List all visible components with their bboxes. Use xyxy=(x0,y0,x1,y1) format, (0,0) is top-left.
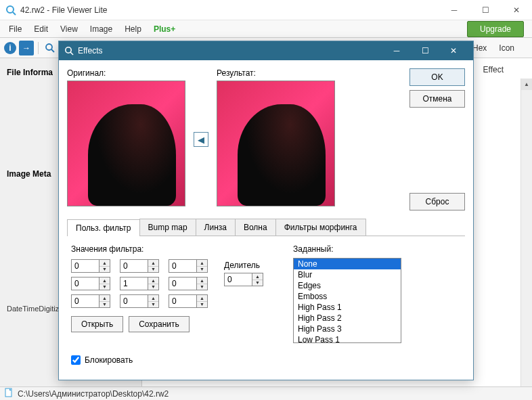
spinner-down-icon[interactable]: ▼ xyxy=(197,284,207,290)
spinner-up-icon[interactable]: ▲ xyxy=(99,277,110,284)
preset-option[interactable]: High Pass 1 xyxy=(294,302,401,313)
block-label: Блокировать xyxy=(85,355,133,365)
spinner-up-icon[interactable]: ▲ xyxy=(197,260,207,267)
menu-edit[interactable]: Edit xyxy=(28,22,54,36)
spinner-down-icon[interactable]: ▼ xyxy=(148,267,158,273)
matrix-input[interactable] xyxy=(120,259,148,273)
svg-line-1 xyxy=(13,12,16,15)
save-button[interactable]: Сохранить xyxy=(129,316,190,332)
spinner-down-icon[interactable]: ▼ xyxy=(99,284,110,290)
filter-values-label: Значения фильтра: xyxy=(71,244,208,254)
matrix-spinner-2-0[interactable]: ▲▼ xyxy=(71,294,110,308)
minimize-button[interactable]: ─ xyxy=(439,0,470,20)
matrix-input[interactable] xyxy=(71,259,99,273)
zoom-icon[interactable] xyxy=(43,41,58,55)
matrix-spinner-1-0[interactable]: ▲▼ xyxy=(71,277,110,290)
matrix-input[interactable] xyxy=(169,259,197,273)
tab-wave[interactable]: Волна xyxy=(235,219,276,236)
spinner-up-icon[interactable]: ▲ xyxy=(148,260,158,267)
ok-button[interactable]: OK xyxy=(409,68,465,86)
maximize-button[interactable]: ☐ xyxy=(470,0,501,20)
divider-label: Делитель xyxy=(224,261,263,270)
tab-user-filter[interactable]: Польз. фильтр xyxy=(67,219,140,236)
menu-bar: File Edit View Image Help Plus+ Upgrade xyxy=(0,20,532,38)
dialog-minimize-button[interactable]: ─ xyxy=(382,41,411,60)
arrow-right-icon[interactable]: → xyxy=(19,41,34,55)
vertical-scrollbar[interactable]: ▲ xyxy=(520,79,532,386)
tab-bump-map[interactable]: Bump map xyxy=(139,219,196,236)
svg-point-2 xyxy=(46,44,52,50)
result-preview xyxy=(217,81,335,206)
dialog-title-bar[interactable]: Effects ─ ☐ ✕ xyxy=(59,41,473,60)
menu-view[interactable]: View xyxy=(54,22,84,36)
close-button[interactable]: ✕ xyxy=(501,0,532,20)
dialog-close-button[interactable]: ✕ xyxy=(439,41,468,60)
spinner-up-icon[interactable]: ▲ xyxy=(148,295,158,302)
menu-help[interactable]: Help xyxy=(118,22,148,36)
effect-tabs: Польз. фильтр Bump map Линза Волна Фильт… xyxy=(67,219,465,236)
spinner-down-icon[interactable]: ▼ xyxy=(99,267,110,273)
reset-button[interactable]: Сброс xyxy=(409,193,465,210)
tab-lens[interactable]: Линза xyxy=(196,219,236,236)
matrix-spinner-2-1[interactable]: ▲▼ xyxy=(120,294,159,308)
spinner-down-icon[interactable]: ▼ xyxy=(252,280,263,286)
spinner-up-icon[interactable]: ▲ xyxy=(197,277,207,284)
status-bar: C:\Users\Администратор\Desktop\42.rw2 xyxy=(0,386,532,400)
matrix-spinner-0-2[interactable]: ▲▼ xyxy=(169,259,208,273)
status-path: C:\Users\Администратор\Desktop\42.rw2 xyxy=(18,389,169,399)
menu-image[interactable]: Image xyxy=(84,22,118,36)
dialog-maximize-button[interactable]: ☐ xyxy=(411,41,439,60)
app-icon xyxy=(5,5,16,16)
info-icon[interactable]: i xyxy=(4,42,16,54)
upgrade-button[interactable]: Upgrade xyxy=(467,21,524,37)
divider-spinner[interactable]: ▲▼ xyxy=(224,273,263,286)
matrix-spinner-1-1[interactable]: ▲▼ xyxy=(120,277,159,290)
spinner-up-icon[interactable]: ▲ xyxy=(99,295,110,302)
preset-option[interactable]: None xyxy=(294,259,401,269)
tab-icon[interactable]: Icon xyxy=(493,41,520,55)
matrix-input[interactable] xyxy=(71,294,99,308)
open-button[interactable]: Открыть xyxy=(71,316,123,332)
menu-file[interactable]: File xyxy=(3,22,28,36)
menu-plus[interactable]: Plus+ xyxy=(148,22,181,36)
preset-option[interactable]: Low Pass 1 xyxy=(294,334,401,343)
block-checkbox[interactable] xyxy=(71,355,81,365)
svg-point-5 xyxy=(66,47,71,53)
spinner-down-icon[interactable]: ▼ xyxy=(197,302,207,308)
spinner-up-icon[interactable]: ▲ xyxy=(197,295,207,302)
matrix-spinner-2-2[interactable]: ▲▼ xyxy=(169,294,208,308)
file-icon xyxy=(4,388,14,399)
matrix-input[interactable] xyxy=(71,277,99,290)
divider-input[interactable] xyxy=(224,273,252,286)
spinner-up-icon[interactable]: ▲ xyxy=(99,260,110,267)
tab-morph-filters[interactable]: Фильтры морфинга xyxy=(275,219,366,236)
original-preview xyxy=(67,81,185,206)
preset-option[interactable]: High Pass 3 xyxy=(294,324,401,334)
matrix-input[interactable] xyxy=(120,277,148,290)
result-label: Результат: xyxy=(217,68,335,78)
matrix-spinner-0-0[interactable]: ▲▼ xyxy=(71,259,110,273)
spinner-down-icon[interactable]: ▼ xyxy=(99,302,110,308)
preset-option[interactable]: Blur xyxy=(294,269,401,280)
matrix-spinner-1-2[interactable]: ▲▼ xyxy=(169,277,208,290)
original-label: Оригинал: xyxy=(67,68,185,78)
scroll-up-icon[interactable]: ▲ xyxy=(521,79,532,90)
preset-option[interactable]: High Pass 2 xyxy=(294,313,401,324)
preset-listbox[interactable]: NoneBlurEdgesEmbossHigh Pass 1High Pass … xyxy=(293,258,401,343)
spinner-up-icon[interactable]: ▲ xyxy=(252,273,263,280)
preset-option[interactable]: Edges xyxy=(294,280,401,291)
matrix-input[interactable] xyxy=(120,294,148,308)
effect-panel-tab[interactable]: Effect xyxy=(475,62,512,77)
spinner-down-icon[interactable]: ▼ xyxy=(148,284,158,290)
spinner-down-icon[interactable]: ▼ xyxy=(148,302,158,308)
svg-point-0 xyxy=(7,6,14,13)
spinner-down-icon[interactable]: ▼ xyxy=(197,267,207,273)
cancel-button[interactable]: Отмена xyxy=(409,90,465,108)
matrix-spinner-0-1[interactable]: ▲▼ xyxy=(120,259,159,273)
effects-icon xyxy=(64,46,74,55)
transfer-left-button[interactable]: ◀ xyxy=(194,132,208,147)
matrix-input[interactable] xyxy=(169,277,197,290)
matrix-input[interactable] xyxy=(169,294,197,308)
spinner-up-icon[interactable]: ▲ xyxy=(148,277,158,284)
preset-option[interactable]: Emboss xyxy=(294,291,401,302)
